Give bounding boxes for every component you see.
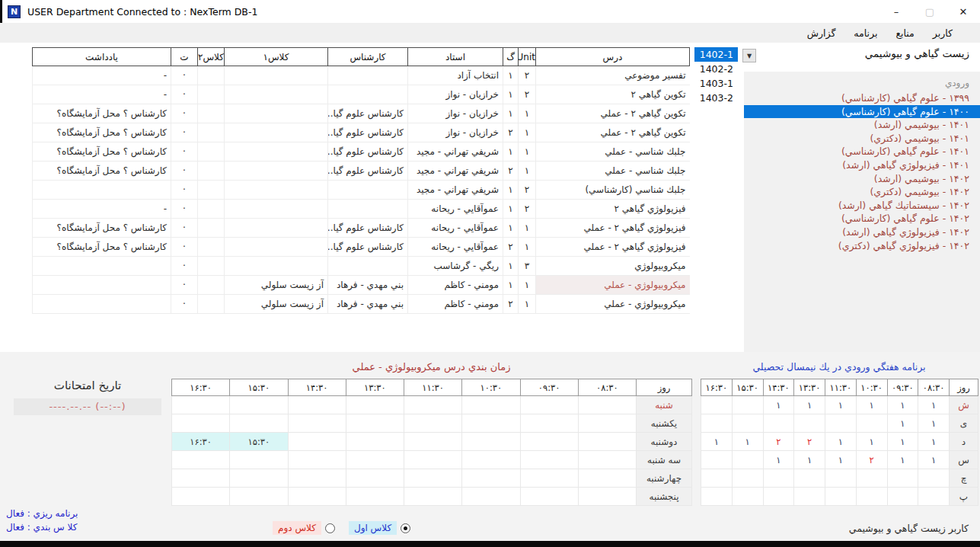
schedule-cell[interactable] bbox=[404, 451, 462, 469]
entry-item[interactable]: ۱۴۰۲ - سيستماتيك گياهي (ارشد) bbox=[744, 199, 980, 213]
schedule-cell[interactable] bbox=[578, 451, 636, 469]
schedule-cell[interactable] bbox=[346, 451, 404, 469]
schedule-cell[interactable] bbox=[230, 469, 288, 488]
schedule-cell[interactable] bbox=[172, 451, 230, 469]
schedule-cell[interactable] bbox=[578, 433, 636, 451]
schedule-cell[interactable] bbox=[520, 488, 578, 506]
schedule-cell[interactable] bbox=[462, 469, 520, 488]
schedule-cell[interactable] bbox=[346, 488, 404, 506]
expert-cell bbox=[328, 257, 408, 276]
course-row[interactable]: ميكروبيولوژي۳۱ريگي - گرشاسب· bbox=[33, 257, 690, 276]
entry-item[interactable]: ۱۳۹۹ - علوم گياهي (كارشناسي) bbox=[744, 91, 980, 105]
semester-item[interactable]: 1403-2 bbox=[694, 91, 738, 105]
unit-cell: ۱ bbox=[519, 104, 536, 123]
schedule-cell[interactable] bbox=[288, 396, 346, 414]
schedule-cell[interactable] bbox=[288, 469, 346, 488]
menu-item-0[interactable]: كاربر bbox=[924, 24, 962, 42]
schedule-cell[interactable] bbox=[578, 414, 636, 433]
course-row[interactable]: ميكروبيولوژي - عملي۱۱مومني - كاظمبني مهد… bbox=[33, 276, 690, 295]
schedule-cell[interactable] bbox=[578, 488, 636, 506]
close-button[interactable]: ✕ bbox=[946, 0, 980, 23]
course-row[interactable]: ميكروبيولوژي - عملي۱۲مومني - كاظمبني مهد… bbox=[33, 295, 690, 314]
schedule-cell[interactable] bbox=[288, 414, 346, 433]
second-class-option[interactable]: كلاس دوم bbox=[273, 521, 335, 535]
schedule-cell[interactable] bbox=[462, 433, 520, 451]
maximize-button[interactable]: ▢ bbox=[913, 0, 946, 23]
schedule-cell[interactable] bbox=[520, 451, 578, 469]
course-row[interactable]: جلبك شناسي (كارشناسي)۲۱شريفي تهراني - مج… bbox=[33, 181, 690, 200]
second-class-radio[interactable] bbox=[325, 523, 335, 533]
course-row[interactable]: جلبك شناسي - عملي۱۲شريفي تهراني - مجيدكا… bbox=[33, 162, 690, 181]
course-row[interactable]: فيزيولوژي گياهي ۲ - عملي۱۲عموآقايي - ريح… bbox=[33, 238, 690, 257]
department-combobox[interactable]: زيست گياهي و بيوشيمي bbox=[758, 47, 969, 62]
schedule-cell[interactable]: ۱۶:۳۰ bbox=[172, 433, 230, 451]
schedule-cell[interactable] bbox=[172, 488, 230, 506]
schedule-cell[interactable] bbox=[346, 469, 404, 488]
menu-item-2[interactable]: برنامه bbox=[844, 24, 886, 42]
entry-item[interactable]: ۱۴۰۰ - علوم گياهي (كارشناسي) bbox=[744, 105, 980, 119]
schedule-cell[interactable] bbox=[346, 433, 404, 451]
schedule-cell[interactable] bbox=[404, 488, 462, 506]
schedule-cell[interactable] bbox=[462, 488, 520, 506]
schedule-cell[interactable] bbox=[230, 488, 288, 506]
entry-item[interactable]: ۱۴۰۲ - بيوشيمي (ارشد) bbox=[744, 172, 980, 186]
schedule-cell[interactable] bbox=[172, 396, 230, 414]
entry-item[interactable]: ۱۴۰۱ - علوم گياهي (كارشناسي) bbox=[744, 145, 980, 158]
professor-cell: ريگي - گرشاسب bbox=[408, 257, 503, 276]
schedule-cell[interactable] bbox=[462, 396, 520, 414]
class1-cell bbox=[225, 200, 328, 219]
semester-item[interactable]: 1402-2 bbox=[694, 62, 738, 76]
chevron-down-icon[interactable]: ▼ bbox=[742, 49, 756, 62]
schedule-cell[interactable] bbox=[288, 433, 346, 451]
entry-item[interactable]: ۱۴۰۲ - فيزيولوژي گياهي (دكتري) bbox=[744, 239, 980, 253]
schedule-cell[interactable] bbox=[346, 396, 404, 414]
first-class-radio[interactable] bbox=[401, 523, 410, 533]
menu-item-1[interactable]: منابع bbox=[886, 24, 923, 42]
schedule-cell[interactable] bbox=[578, 396, 636, 414]
schedule-cell[interactable] bbox=[404, 433, 462, 451]
schedule-cell[interactable] bbox=[520, 396, 578, 414]
schedule-cell[interactable] bbox=[288, 488, 346, 506]
schedule-cell[interactable] bbox=[172, 469, 230, 488]
schedule-cell[interactable] bbox=[346, 414, 404, 433]
schedule-cell[interactable] bbox=[520, 414, 578, 433]
schedule-cell[interactable]: ۱۵:۳۰ bbox=[230, 433, 288, 451]
menu-item-3[interactable]: گزارش bbox=[798, 24, 845, 42]
schedule-cell[interactable] bbox=[230, 396, 288, 414]
course-row[interactable]: فيزيولوژي گياهي ۲۲۱عموآقايي - ريحانه·- bbox=[33, 200, 690, 219]
entry-item[interactable]: ۱۴۰۱ - فيزيولوژي گياهي (ارشد) bbox=[744, 158, 980, 172]
schedule-cell[interactable] bbox=[172, 414, 230, 433]
course-row[interactable]: فيزيولوژي گياهي ۲ - عملي۱۱عموآقايي - ريح… bbox=[33, 219, 690, 238]
course-row[interactable]: تكوين گياهي ۲ - عملي۱۱خرازيان - نوازكارش… bbox=[33, 104, 690, 123]
note-cell: كارشناس ؟ محل آزمايشگاه؟ bbox=[33, 219, 171, 238]
schedule-cell[interactable] bbox=[230, 414, 288, 433]
schedule-cell[interactable] bbox=[404, 414, 462, 433]
semester-item[interactable]: 1402-1 bbox=[694, 47, 738, 62]
course-row[interactable]: تكوين گياهي ۲ - عملي۱۲خرازيان - نوازكارش… bbox=[33, 123, 690, 142]
schedule-cell[interactable] bbox=[520, 433, 578, 451]
entry-item[interactable]: ۱۴۰۲ - فيزيولوژي گياهي (ارشد) bbox=[744, 226, 980, 239]
schedule-cell[interactable] bbox=[462, 451, 520, 469]
group-cell: ۱ bbox=[503, 104, 519, 123]
schedule-cell[interactable] bbox=[230, 451, 288, 469]
course-row[interactable]: تفسير موضوعي۲۱انتخاب آزاد·- bbox=[33, 66, 690, 85]
schedule-cell[interactable] bbox=[520, 469, 578, 488]
minimize-button[interactable]: – bbox=[879, 0, 913, 23]
entry-item[interactable]: ۱۴۰۲ - علوم گياهي (كارشناسي) bbox=[744, 212, 980, 226]
semester-item[interactable]: 1403-1 bbox=[694, 76, 738, 91]
entry-item[interactable]: ۱۴۰۱ - بيوشيمي (دكتري) bbox=[744, 132, 980, 146]
entry-item[interactable]: ۱۴۰۱ - بيوشيمي (ارشد) bbox=[744, 118, 980, 132]
schedule-cell[interactable] bbox=[404, 396, 462, 414]
schedule-cell[interactable] bbox=[462, 414, 520, 433]
course-row[interactable]: جلبك شناسي - عملي۱۱شريفي تهراني - مجيدكا… bbox=[33, 142, 690, 162]
unit-cell: ۲ bbox=[519, 181, 536, 200]
first-class-option[interactable]: كلاس اول bbox=[349, 521, 410, 535]
schedule-cell[interactable] bbox=[578, 469, 636, 488]
schedule-cell bbox=[918, 488, 950, 506]
schedule-cell[interactable] bbox=[404, 469, 462, 488]
schedule-cell[interactable] bbox=[288, 451, 346, 469]
time-col-header: ۰۹:۳۰ bbox=[887, 379, 918, 396]
course-row[interactable]: تكوين گياهي ۲۲۱خرازيان - نواز·- bbox=[33, 85, 690, 104]
schedule-cell: ۱ bbox=[887, 414, 918, 433]
entry-item[interactable]: ۱۴۰۲ - بيوشيمي (دكتري) bbox=[744, 185, 980, 199]
